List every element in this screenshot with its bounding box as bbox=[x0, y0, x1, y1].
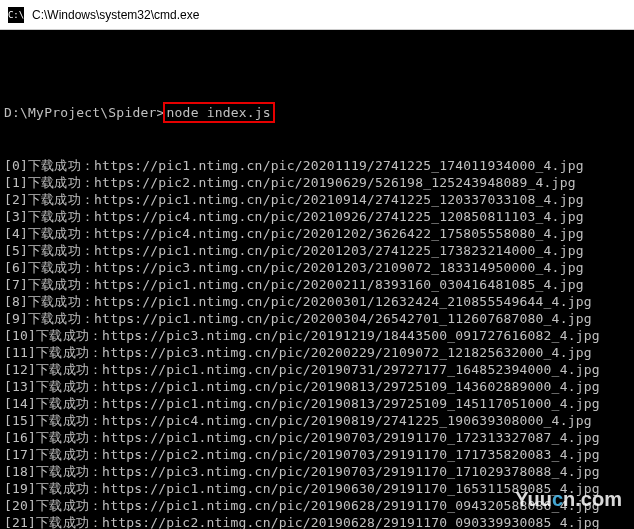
output-line: [1]下载成功：https://pic2.ntimg.cn/pic/201906… bbox=[4, 174, 630, 191]
output-line: [6]下载成功：https://pic3.ntimg.cn/pic/202012… bbox=[4, 259, 630, 276]
output-line: [18]下载成功：https://pic3.ntimg.cn/pic/20190… bbox=[4, 463, 630, 480]
output-line: [20]下载成功：https://pic1.ntimg.cn/pic/20190… bbox=[4, 497, 630, 514]
output-line: [19]下载成功：https://pic1.ntimg.cn/pic/20190… bbox=[4, 480, 630, 497]
output-line: [11]下载成功：https://pic3.ntimg.cn/pic/20200… bbox=[4, 344, 630, 361]
output-line: [16]下载成功：https://pic1.ntimg.cn/pic/20190… bbox=[4, 429, 630, 446]
output-line: [5]下载成功：https://pic1.ntimg.cn/pic/202012… bbox=[4, 242, 630, 259]
output-line: [17]下载成功：https://pic2.ntimg.cn/pic/20190… bbox=[4, 446, 630, 463]
prompt-path: D:\MyProject\Spider> bbox=[4, 104, 165, 121]
output-line: [9]下载成功：https://pic1.ntimg.cn/pic/202003… bbox=[4, 310, 630, 327]
output-line: [8]下载成功：https://pic1.ntimg.cn/pic/202003… bbox=[4, 293, 630, 310]
output-line: [15]下载成功：https://pic4.ntimg.cn/pic/20190… bbox=[4, 412, 630, 429]
command-highlight: node index.js bbox=[163, 102, 275, 123]
cmd-icon: C:\ bbox=[8, 7, 24, 23]
output-line: [12]下载成功：https://pic1.ntimg.cn/pic/20190… bbox=[4, 361, 630, 378]
window-title: C:\Windows\system32\cmd.exe bbox=[32, 8, 199, 22]
output-line: [7]下载成功：https://pic1.ntimg.cn/pic/202002… bbox=[4, 276, 630, 293]
terminal-output[interactable]: D:\MyProject\Spider>node index.js [0]下载成… bbox=[0, 30, 634, 529]
output-line: [0]下载成功：https://pic1.ntimg.cn/pic/202011… bbox=[4, 157, 630, 174]
window-titlebar: C:\ C:\Windows\system32\cmd.exe bbox=[0, 0, 634, 30]
output-line: [10]下载成功：https://pic3.ntimg.cn/pic/20191… bbox=[4, 327, 630, 344]
output-line: [2]下载成功：https://pic1.ntimg.cn/pic/202109… bbox=[4, 191, 630, 208]
prompt-line: D:\MyProject\Spider>node index.js bbox=[4, 102, 630, 123]
output-line: [21]下载成功：https://pic2.ntimg.cn/pic/20190… bbox=[4, 514, 630, 529]
output-line: [3]下载成功：https://pic4.ntimg.cn/pic/202109… bbox=[4, 208, 630, 225]
command-text: node index.js bbox=[167, 105, 271, 120]
output-line: [4]下载成功：https://pic4.ntimg.cn/pic/202012… bbox=[4, 225, 630, 242]
output-line: [13]下载成功：https://pic1.ntimg.cn/pic/20190… bbox=[4, 378, 630, 395]
output-line: [14]下载成功：https://pic1.ntimg.cn/pic/20190… bbox=[4, 395, 630, 412]
